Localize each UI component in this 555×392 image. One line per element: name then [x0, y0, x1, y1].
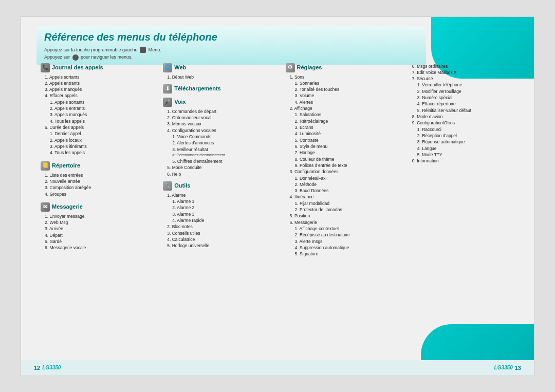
- list-item: 3. Arrivée: [45, 226, 155, 232]
- voix-section-title: 🎤 Voix: [163, 98, 277, 107]
- list-item: 5. Contraste: [295, 137, 400, 143]
- list-item: 1. Appels sortants: [45, 74, 155, 80]
- list-item: 2. Appels locaux: [50, 137, 155, 143]
- column-1: 📞 Journal des appels 1. Appels sortants …: [36, 63, 159, 358]
- list-item: 2. Récépissé au destinataire: [295, 232, 400, 238]
- list-item: 1. Appels sortants: [50, 99, 155, 105]
- list-item: 4. Suppression automatique: [295, 245, 400, 251]
- list-item: 2. Appels entrants: [50, 105, 155, 111]
- list-item: 2. Tonalité des touches: [295, 86, 400, 92]
- list-item: 6. Style de menu: [295, 143, 400, 150]
- list-item: 5. Chiffres d'entraînement: [172, 158, 277, 164]
- messagerie-icon: ✉: [41, 202, 50, 212]
- list-item: 2. Réception d'appel: [417, 133, 522, 139]
- journal-section-title: 📞 Journal des appels: [41, 63, 155, 72]
- reglages-list-right: 6. Msgs ordinaires 7. Edit Voice Mailbox…: [408, 63, 522, 164]
- voix-list: 1. Commandes de départ 2. Ordonnanceur v…: [163, 108, 277, 177]
- telechargements-section-title: ⬇ Téléchargements: [163, 84, 277, 94]
- list-item: 5. Durée des appels 1. Dernier appel 2. …: [45, 124, 155, 156]
- list-item: 5. Horloge universelle: [167, 242, 277, 249]
- list-item: 2. Appels entrants: [45, 80, 155, 86]
- content-area: 📞 Journal des appels 1. Appels sortants …: [36, 63, 526, 358]
- list-item: 5. Position: [290, 213, 400, 219]
- column-2: 🌐 Web 1. Début Web ⬇ Téléchargements 🎤 V…: [159, 63, 281, 358]
- voice-icon: 🎤: [163, 98, 172, 107]
- list-item: 1. Envoyer message: [45, 213, 155, 219]
- journal-list: 1. Appels sortants 2. Appels entrants 3.…: [41, 74, 155, 156]
- list-item: 6. Msgs ordinaires: [412, 63, 522, 69]
- list-item: 0. Information: [412, 158, 522, 164]
- page-title: Référence des menus du téléphone: [44, 31, 418, 43]
- list-item: 3. Appels manqués: [50, 111, 155, 118]
- list-item: 7. Edit Voice Mailbox #: [412, 69, 522, 76]
- instruction-1: Appuyez sur la touche programmable gauch…: [44, 46, 418, 53]
- list-item: 5. Gardé: [45, 238, 155, 245]
- nav-icon: [72, 54, 79, 61]
- list-item: 4. Langue: [417, 145, 522, 152]
- list-item: 6. Help: [167, 171, 277, 177]
- tools-icon: 🔧: [163, 181, 172, 191]
- list-item: 7. Horloge: [295, 150, 400, 156]
- list-item: 1. Données/Fax: [295, 175, 400, 181]
- list-item: 2. Affichage 1. Salutations 2. Rétroécla…: [290, 105, 400, 169]
- list-item: 4. Configurations vocales 1. Voice Comma…: [167, 127, 277, 164]
- list-item: 2. Modifier verrouillage: [417, 88, 522, 95]
- list-item: 3. Alerte msgs: [295, 238, 400, 245]
- list-item: 3. Meilleur résultat: [172, 146, 277, 153]
- list-item: 3. Baud Données: [295, 188, 400, 194]
- list-item: 4. Groupes: [45, 191, 155, 197]
- list-item: 5. Mode Conduite: [167, 164, 277, 171]
- list-item: 5. Réinitialiser-valeur défaut: [417, 107, 522, 114]
- repertoire-list: 1. Liste des entrées 2. Nouvelle entrée …: [41, 172, 155, 197]
- list-item: 2. Alarme 2: [172, 204, 277, 211]
- column-4: 6. Msgs ordinaires 7. Edit Voice Mailbox…: [404, 63, 526, 358]
- model-left: LG3350: [42, 365, 61, 370]
- footer-right: LG3350 13: [494, 365, 521, 371]
- list-item: 9. Polices d'entrée de texte: [295, 162, 400, 169]
- voice-commands-item: 1. Voice Commands: [172, 134, 277, 140]
- settings-icon: ⚙: [286, 63, 295, 72]
- list-item: 1. Affichage contextuel: [295, 226, 400, 232]
- list-item: 1. Dernier appel: [50, 130, 155, 137]
- list-item: 4. Calculatrice: [167, 236, 277, 242]
- list-item: 3. Composition abrégée: [45, 184, 155, 191]
- list-item: 1. Liste des entrées: [45, 172, 155, 178]
- list-item: 3. Numéro spécial: [417, 95, 522, 101]
- list-item: 2. Méthode: [295, 181, 400, 188]
- list-item: 2. Protector de llamadas: [295, 207, 400, 213]
- outils-section-title: 🔧 Outils: [163, 181, 277, 191]
- list-item: 3. Configuration données 1. Données/Fax …: [290, 169, 400, 194]
- repertoire-icon: 📒: [41, 161, 50, 171]
- outils-list: 1. Alarme 1. Alarme 1 2. Alarme 2 3. Ala…: [163, 192, 277, 249]
- list-item: 6. Messagerie vocale: [45, 245, 155, 251]
- list-item: 1. Raccourci: [417, 126, 522, 133]
- instruction-2: Appuyez sur pour naviguer les menus.: [44, 53, 418, 61]
- messagerie-section-title: ✉ Messagerie: [41, 202, 155, 212]
- list-item: 4. Itinérance 1. Fijar modalidad 2. Prot…: [290, 194, 400, 213]
- repertoire-section-title: 📒 Répertoire: [41, 161, 155, 171]
- list-item: 3. Appels manqués: [45, 86, 155, 92]
- list-item: 5. Mode TTY: [417, 152, 522, 158]
- list-item: 2. Rétroéclairage: [295, 118, 400, 124]
- list-item: 2. Nouvelle entrée: [45, 178, 155, 184]
- messagerie-list: 1. Envoyer message 2. Web Msg 3. Arrivée…: [41, 213, 155, 251]
- list-item: 4. Tous les appels: [50, 118, 155, 124]
- list-item: 5. Signature: [295, 251, 400, 257]
- list-item: 2. Alertes d'annonces: [172, 140, 277, 146]
- menu-icon: [140, 47, 146, 53]
- list-item: 3. Écrans: [295, 124, 400, 130]
- journal-icon: 📞: [41, 63, 50, 72]
- list-item: 3. Alarme 3: [172, 211, 277, 217]
- reglages-section-title: ⚙ Réglages: [286, 63, 400, 72]
- list-item: 8. Couleur de thème: [295, 156, 400, 162]
- list-item: 1. Fijar modalidad: [295, 200, 400, 207]
- list-item: 1. Salutations: [295, 111, 400, 118]
- page-num-right: 13: [515, 365, 521, 371]
- list-item: 1. Verrouiller téléphone: [417, 82, 522, 88]
- list-item: 4. Départ: [45, 232, 155, 238]
- list-item: 3. Volume: [295, 92, 400, 99]
- list-item: 4. Effacer répertoire: [417, 101, 522, 107]
- reglages-list: 1. Sons 1. Sonneries 2. Tonalité des tou…: [286, 74, 400, 257]
- list-item: 3. Réponse automatique: [417, 139, 522, 145]
- page: Référence des menus du téléphone Appuyez…: [21, 16, 534, 376]
